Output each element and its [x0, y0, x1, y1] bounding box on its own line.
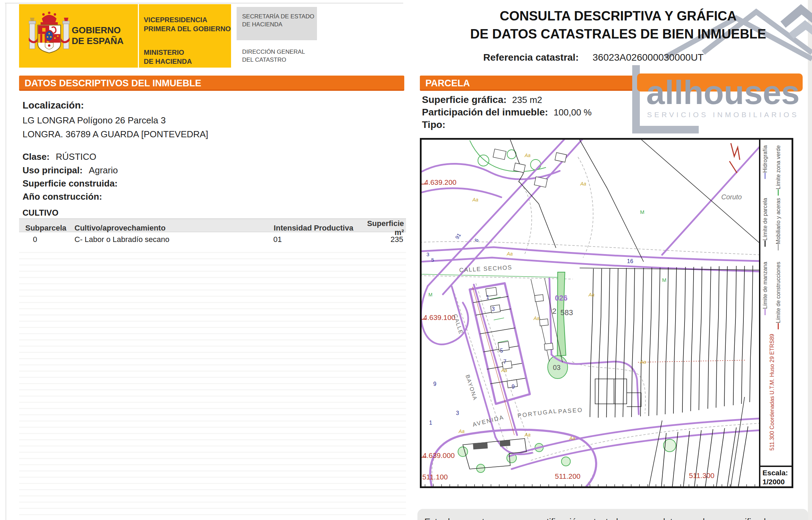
referencia-catastral-label: Referencia catastral: — [483, 52, 579, 63]
participacion-label: Participación del inmueble: — [422, 107, 548, 118]
direccion-general-catastro-label: DIRECCIÓN GENERAL DEL CATASTRO — [242, 48, 305, 64]
vegetation-mark: Aa — [640, 359, 646, 365]
localizacion-line2: LONGRA. 36789 A GUARDA [PONTEVEDRA] — [23, 129, 208, 140]
vegetation-mark: Aa — [472, 197, 478, 202]
uso-principal-label: Uso principal: — [23, 165, 82, 175]
localizacion-label: Localización: — [23, 100, 84, 111]
participacion-value: 100,00 % — [554, 107, 592, 118]
brand-tagline: SERVICIOS INMOBILIARIOS — [647, 111, 799, 119]
legend-item-limite-manzana: Límite de manzana — [762, 262, 768, 317]
secretaria-estado-label: SECRETARÍA DE ESTADO DE HACIENDA — [237, 7, 317, 40]
cadastral-map[interactable]: 4.639.200 4.639.100 4.639.000 511.100 51… — [420, 138, 793, 488]
number-16: 16 — [627, 258, 633, 264]
section-datos-descriptivos-header: DATOS DESCRIPTIVOS DEL INMUEBLE — [19, 76, 404, 91]
escala-label: Escala: — [762, 468, 792, 477]
street-calle-sechos: CALLE SECHOS — [459, 264, 512, 274]
grid-y-4639100: 4.639.100 — [423, 313, 456, 321]
referencia-catastral: Referencia catastral:36023A026000030000U… — [483, 52, 704, 63]
cultivo-title: CULTIVO — [23, 208, 59, 218]
scan-artifact-line — [6, 3, 6, 520]
house-number: 7 — [503, 359, 506, 365]
legend-swatch — [778, 244, 779, 250]
legend-item-limite-parcela: Límite de parcela — [762, 198, 768, 249]
col-intensidad: Intensidad Productiva — [268, 224, 359, 233]
ministerio-label: MINISTERIO DE HACIENDA — [144, 48, 192, 66]
house-number: 3 — [492, 306, 495, 312]
col-subparcela: Subparcela — [19, 224, 74, 233]
divider — [138, 4, 139, 68]
grid-y-4639200: 4.639.200 — [424, 178, 457, 186]
legend-swatch — [765, 309, 766, 315]
scan-artifact-line — [5, 3, 403, 3]
localizacion-line1: LG LONGRA Polígono 26 Parcela 3 — [23, 115, 166, 126]
cell-superficie: 235 — [359, 235, 406, 244]
parcel-583-label: 583 — [561, 308, 573, 317]
spain-coat-of-arms-icon — [29, 10, 70, 62]
participacion-row: Participación del inmueble:100,00 % — [422, 107, 592, 118]
cultivo-table: Subparcela Cultivo/aprovechamiento Inten… — [19, 218, 406, 247]
number-91: 91 — [454, 232, 462, 240]
poligono-026-label: 026 — [555, 294, 567, 302]
vegetation-mark: Aa — [524, 153, 531, 158]
map-scale: Escala: 1/2000 — [760, 466, 792, 486]
house-number: 1 — [486, 294, 489, 300]
vegetation-mark: Aa — [458, 428, 465, 434]
vegetation-mark: Aa — [588, 292, 594, 297]
legend-item-zona-verde: Límite zona verde — [776, 145, 781, 198]
grid-y-4639000: 4.639.000 — [423, 451, 455, 459]
vegetation-mark: Aa — [524, 432, 531, 437]
green-mark: M — [662, 277, 666, 283]
grid-x-511200: 511.200 — [555, 472, 581, 480]
house-number: 9 — [433, 381, 436, 387]
parcel-03-label: 03 — [553, 364, 561, 371]
grid-x-511100: 511.100 — [422, 473, 448, 481]
section-parcela-header: PARCELA — [420, 76, 636, 91]
legend-item-mobiliario: Mobiliario y aceras — [776, 198, 781, 252]
col-cultivo: Cultivo/aprovechamiento — [74, 224, 268, 233]
vegetation-mark: Aa — [506, 251, 513, 257]
house-number: 3 — [426, 251, 429, 257]
anio-construccion-label: Año construcción: — [23, 191, 102, 202]
superficie-grafica-value: 235 m2 — [512, 95, 542, 105]
page-title: CONSULTA DESCRIPTIVA Y GRÁFICA DE DATOS … — [451, 7, 785, 43]
superficie-grafica-row: Superficie gráfica:235 m2 — [422, 94, 542, 105]
tipo-label: Tipo: — [422, 119, 445, 130]
legend-swatch — [765, 173, 766, 179]
street-avenida: AVENIDA — [472, 414, 505, 428]
street-portugal: PORTUGAL — [517, 408, 558, 419]
house-number: 5 — [431, 257, 434, 263]
vicepresidencia-label: VICEPRESIDENCIA PRIMERA DEL GOBIERNO — [144, 15, 231, 33]
government-logo-box: GOBIERNO DE ESPAÑA VICEPRESIDENCIA PRIME… — [19, 4, 231, 68]
legend-swatch — [765, 241, 766, 247]
gobierno-de-espana-label: GOBIERNO DE ESPAÑA — [72, 25, 124, 46]
vegetation-mark: Aa — [533, 315, 539, 321]
house-number: 5 — [500, 348, 503, 354]
cell-intensidad: 01 — [268, 235, 359, 244]
map-drawing: 4.639.200 4.639.100 4.639.000 511.100 51… — [422, 140, 759, 486]
legend-swatch — [778, 323, 779, 329]
cadastral-document-page: GOBIERNO DE ESPAÑA VICEPRESIDENCIA PRIME… — [0, 0, 812, 520]
map-legend: Hidrografía Límite zona verde Límite de … — [759, 140, 792, 486]
clase-row: Clase:RÚSTICO — [23, 151, 96, 162]
street-bayona: BAYONA — [465, 374, 478, 401]
superficie-construida-label: Superficie construida: — [23, 178, 118, 189]
vegetation-mark: Aa — [580, 181, 586, 187]
legend-swatch — [778, 189, 779, 196]
house-number: 3 — [456, 410, 459, 416]
place-coruto: Coruto — [721, 193, 742, 201]
tipo-row: Tipo: — [422, 119, 445, 130]
vegetation-mark: Aa — [501, 367, 507, 373]
cell-cultivo: C- Labor o Labradío secano — [74, 235, 268, 244]
col-superficie: Superficie m² — [359, 219, 406, 237]
cultivo-table-header: Subparcela Cultivo/aprovechamiento Inten… — [19, 218, 406, 232]
uso-principal-row: Uso principal:Agrario — [23, 165, 118, 176]
house-number: 9 — [512, 384, 515, 390]
house-number: 1 — [429, 420, 432, 426]
green-mark: M — [429, 292, 433, 297]
uso-principal-value: Agrario — [89, 165, 118, 175]
cell-subparcela: 0 — [19, 235, 74, 244]
clase-value: RÚSTICO — [56, 151, 96, 162]
brand-name: allhouses — [646, 74, 800, 111]
clase-label: Clase: — [23, 151, 50, 162]
green-mark: M — [640, 209, 644, 215]
